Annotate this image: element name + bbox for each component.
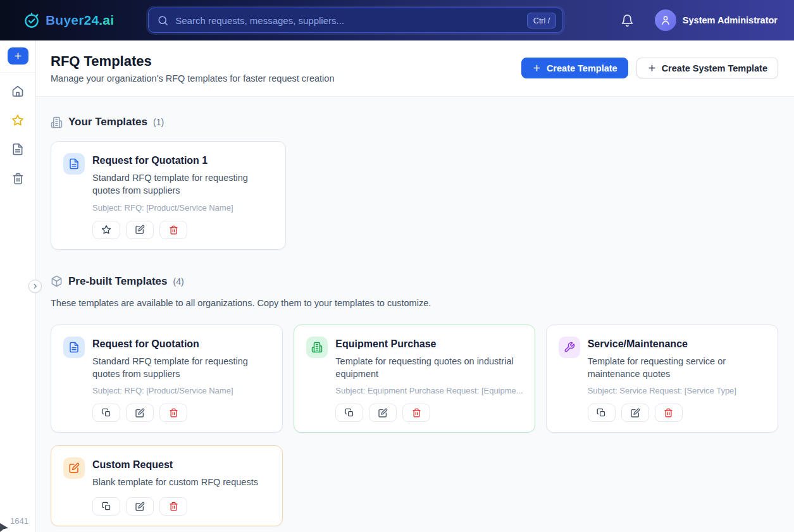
card-actions — [92, 221, 274, 239]
card-title: Equipment Purchase — [335, 338, 523, 350]
new-request-button[interactable] — [8, 47, 28, 65]
template-card-equipment-purchase: Equipment Purchase Template for requesti… — [294, 325, 535, 433]
card-description: Standard RFQ template for requesting quo… — [92, 171, 274, 197]
search-input[interactable] — [175, 15, 502, 26]
file-text-icon — [63, 153, 85, 175]
user-name[interactable]: System Administrator — [683, 15, 778, 25]
search-shortcut-badge: Ctrl / — [527, 13, 556, 28]
delete-button[interactable] — [159, 404, 187, 422]
file-text-icon — [63, 337, 85, 358]
card-title: Service/Maintenance — [588, 338, 766, 350]
top-navbar: Buyer24.ai Ctrl / System Administrator — [0, 0, 794, 40]
avatar[interactable] — [655, 9, 676, 31]
trash-icon — [412, 408, 421, 418]
prebuilt-templates-description: These templates are available to all org… — [51, 298, 778, 308]
copy-button[interactable] — [92, 404, 120, 422]
card-description: Template for requesting quotes on indust… — [335, 355, 523, 381]
card-title: Custom Request — [92, 459, 271, 471]
edit-icon — [135, 225, 145, 235]
app-window: Buyer24.ai Ctrl / System Administrator — [0, 0, 794, 532]
prebuilt-templates-section: Pre-built Templates (4) These templates … — [51, 275, 778, 527]
edit-button[interactable] — [621, 404, 649, 422]
wrench-icon — [559, 337, 580, 358]
page-subtitle: Manage your organization's RFQ templates… — [51, 73, 334, 84]
favorite-button[interactable] — [92, 221, 120, 239]
building-icon — [306, 337, 328, 358]
trash-icon — [664, 408, 673, 418]
your-templates-grid: Request for Quotation 1 Standard RFQ tem… — [51, 141, 778, 250]
sidebar-expand-button[interactable] — [28, 280, 42, 293]
sidebar-divider — [0, 72, 36, 73]
sidebar-nav — [8, 82, 27, 188]
sidebar-item-favorites[interactable] — [8, 111, 27, 130]
edit-button[interactable] — [369, 404, 397, 422]
card-description: Template for requesting service or maint… — [588, 355, 766, 381]
card-subject: Subject: RFQ: [Product/Service Name] — [92, 386, 271, 395]
notifications-button[interactable] — [618, 11, 637, 30]
copy-button[interactable] — [92, 497, 120, 516]
section-title: Pre-built Templates — [68, 275, 168, 288]
bell-icon — [621, 14, 634, 27]
sidebar-item-templates[interactable] — [8, 140, 27, 159]
card-description: Standard RFQ template for requesting quo… — [92, 355, 271, 381]
brand-logo[interactable]: Buyer24.ai — [23, 11, 114, 29]
card-subject: Subject: Service Request: [Service Type] — [588, 386, 766, 395]
sidebar-item-home[interactable] — [8, 82, 27, 101]
trash-icon — [12, 173, 24, 185]
edit-icon — [630, 408, 640, 418]
card-title: Request for Quotation 1 — [92, 155, 274, 166]
card-actions — [92, 497, 271, 516]
edit-icon — [378, 408, 388, 418]
edit-button[interactable] — [126, 221, 154, 239]
home-icon — [11, 85, 24, 97]
page-header: RFQ Templates Manage your organization's… — [36, 40, 794, 97]
copy-button[interactable] — [588, 404, 616, 422]
page-header-text: RFQ Templates Manage your organization's… — [51, 53, 334, 84]
card-actions — [335, 404, 523, 422]
clock-check-icon — [23, 11, 40, 29]
card-actions — [92, 404, 271, 422]
page-header-actions: Create Template Create System Template — [521, 58, 778, 78]
create-system-template-button[interactable]: Create System Template — [636, 58, 778, 78]
template-card-request-for-quotation: Request for Quotation Standard RFQ templ… — [51, 325, 283, 433]
section-count: (4) — [173, 276, 184, 287]
prebuilt-templates-grid: Request for Quotation Standard RFQ templ… — [51, 325, 778, 527]
delete-button[interactable] — [159, 497, 187, 516]
plus-icon — [532, 63, 542, 73]
edit-button[interactable] — [126, 497, 154, 516]
trash-icon — [169, 408, 178, 418]
brand-name: Buyer24.ai — [46, 13, 114, 28]
delete-button[interactable] — [159, 221, 187, 239]
package-icon — [51, 275, 63, 287]
section-count: (1) — [153, 117, 164, 127]
trash-icon — [169, 225, 178, 235]
file-icon — [11, 143, 24, 156]
sidebar-item-trash[interactable] — [8, 169, 27, 188]
star-icon — [11, 114, 24, 127]
copy-icon — [102, 502, 111, 511]
edit-icon — [135, 408, 145, 418]
main-content: RFQ Templates Manage your organization's… — [36, 40, 794, 532]
global-search[interactable]: Ctrl / — [148, 8, 563, 33]
page-content: Your Templates (1) Request for Quotation… — [36, 97, 794, 526]
template-card-custom-request: Custom Request Blank template for custom… — [51, 445, 283, 526]
user-icon — [660, 15, 671, 26]
delete-button[interactable] — [655, 404, 683, 422]
copy-button[interactable] — [335, 404, 363, 422]
create-template-button[interactable]: Create Template — [521, 58, 628, 78]
edit-icon — [135, 502, 145, 512]
chevron-right-icon — [32, 283, 39, 290]
trash-icon — [169, 502, 178, 511]
edit-button[interactable] — [126, 404, 154, 422]
card-title: Request for Quotation — [92, 338, 271, 350]
copy-icon — [597, 408, 606, 418]
building-icon — [51, 116, 63, 128]
edit-square-icon — [63, 457, 85, 479]
sidebar-footer-count: 1641 — [10, 516, 28, 526]
delete-button[interactable] — [402, 404, 430, 422]
prebuilt-templates-heading: Pre-built Templates (4) — [51, 275, 778, 288]
navbar-right: System Administrator — [618, 9, 778, 31]
card-subject: Subject: Equipment Purchase Request: [Eq… — [335, 386, 523, 395]
section-title: Your Templates — [68, 116, 147, 128]
search-icon — [157, 15, 169, 27]
